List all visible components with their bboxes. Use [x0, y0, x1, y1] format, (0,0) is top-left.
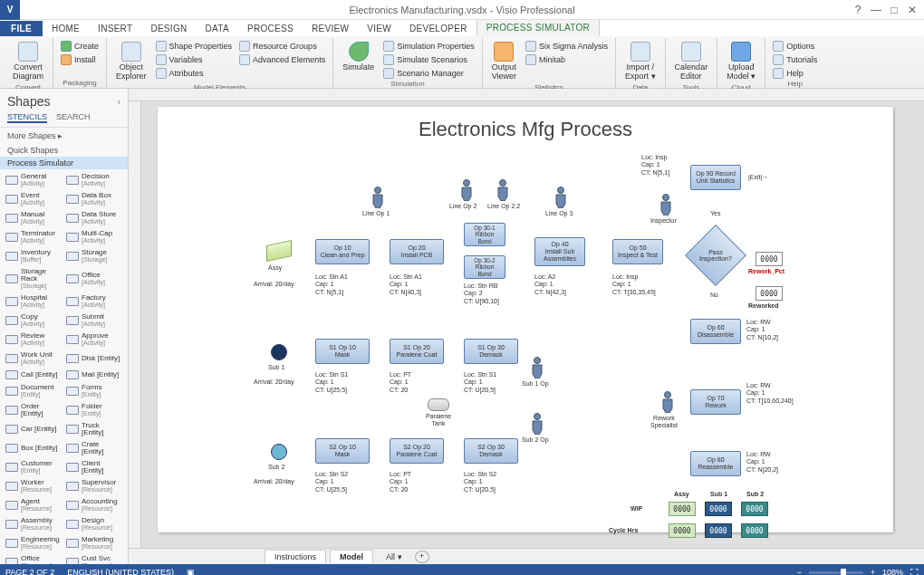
shape-stencil-item[interactable]: Forms[Entity]	[64, 382, 124, 400]
shape-stencil-item[interactable]: Accounting[Resource]	[64, 496, 124, 514]
shape-stencil-item[interactable]: Worker[Resource]	[4, 477, 63, 495]
op60-box[interactable]: Op 60 Disassemble	[690, 319, 741, 344]
add-sheet-button[interactable]: +	[415, 551, 429, 563]
tab-process-simulator[interactable]: PROCESS SIMULATOR	[476, 19, 600, 36]
stencil-process-simulator[interactable]: Process Simulator	[0, 157, 128, 169]
shape-stencil-item[interactable]: Marketing[Resource]	[64, 534, 124, 552]
drawing-page[interactable]: Electronics Mfg Process Assy Arrival: 20…	[158, 107, 893, 532]
op40-box[interactable]: Op 40 Install Sub Assemblies	[534, 237, 585, 266]
simulate-button[interactable]: Simulate	[339, 40, 378, 74]
shape-stencil-item[interactable]: Review[Activity]	[4, 331, 63, 349]
shape-stencil-item[interactable]: Order [Entity]	[4, 401, 63, 419]
macro-record-icon[interactable]: ▣	[187, 568, 195, 575]
shape-stencil-item[interactable]: Decision[Activity]	[64, 171, 124, 189]
status-language[interactable]: ENGLISH (UNITED STATES)	[67, 568, 174, 575]
tab-data[interactable]: DATA	[197, 21, 238, 36]
sheet-all[interactable]: All ▾	[377, 551, 411, 563]
s1-op20-box[interactable]: S1 Op 20 Paralene Coat	[390, 339, 444, 364]
op90-box[interactable]: Op 90 Record Unit Statistics	[690, 165, 741, 190]
simulate-scenarios-button[interactable]: Simulate Scenarios	[381, 53, 476, 66]
app-icon[interactable]: V	[0, 0, 20, 20]
shape-stencil-item[interactable]: Submit[Activity]	[64, 311, 124, 330]
collapse-icon[interactable]: ‹	[118, 97, 120, 107]
calendar-editor-button[interactable]: Calendar Editor	[671, 40, 712, 83]
resource-groups-button[interactable]: Resource Groups	[237, 40, 327, 53]
op10-box[interactable]: Op 10 Clean and Prep	[315, 239, 370, 264]
wip-sub2[interactable]: 0000	[741, 502, 768, 516]
object-explorer-button[interactable]: Object Explorer	[112, 40, 150, 83]
cyc-sub1[interactable]: 0000	[705, 523, 732, 538]
shape-stencil-item[interactable]: Document[Entity]	[4, 382, 63, 400]
cyc-sub2[interactable]: 0000	[741, 523, 768, 538]
shape-stencil-item[interactable]: Data Box[Activity]	[64, 190, 124, 208]
output-viewer-button[interactable]: Output Viewer	[488, 40, 520, 83]
entity-sub1[interactable]	[271, 344, 287, 360]
entity-assy[interactable]	[266, 240, 292, 262]
variables-button[interactable]: Variables	[154, 53, 235, 66]
cyc-assy[interactable]: 0000	[669, 523, 696, 538]
tab-file[interactable]: FILE	[0, 21, 43, 36]
person-sub1op[interactable]	[531, 357, 544, 379]
op30-1-box[interactable]: Op 30-1 Ribbon Bond	[464, 223, 505, 246]
zoom-slider[interactable]	[809, 571, 863, 574]
sheet-model[interactable]: Model	[330, 550, 373, 563]
shape-stencil-item[interactable]: Copy[Activity]	[4, 311, 63, 330]
shape-stencil-item[interactable]: Truck [Entity]	[64, 420, 124, 438]
shape-stencil-item[interactable]: Factory[Activity]	[64, 292, 124, 311]
minitab-button[interactable]: Minitab	[524, 53, 610, 66]
shape-stencil-item[interactable]: Multi-Cap[Activity]	[64, 228, 124, 246]
fit-page-icon[interactable]: ⛶	[910, 568, 919, 575]
simulation-properties-button[interactable]: Simulation Properties	[381, 40, 476, 53]
sheet-instructions[interactable]: Instructions	[265, 550, 326, 563]
wip-assy[interactable]: 0000	[669, 502, 696, 516]
scenario-manager-button[interactable]: Scenario Manager	[381, 67, 476, 80]
shape-stencil-item[interactable]: Storage Rack[Storage]	[4, 266, 63, 292]
attributes-button[interactable]: Attributes	[154, 67, 235, 80]
paralene-tank[interactable]	[428, 398, 449, 411]
shape-stencil-item[interactable]: Box [Entity]	[4, 439, 63, 457]
shape-stencil-item[interactable]: Engineering[Resource]	[4, 534, 63, 552]
tab-insert[interactable]: INSERT	[89, 21, 141, 36]
import-export-button[interactable]: Import / Export ▾	[621, 40, 659, 83]
shape-stencil-item[interactable]: Car [Entity]	[4, 420, 63, 438]
op20-box[interactable]: Op 20 Install PCB	[390, 239, 444, 264]
person-lineop3[interactable]	[554, 187, 567, 208]
entity-sub2[interactable]	[271, 444, 287, 460]
six-sigma-button[interactable]: Six Sigma Analysis	[524, 40, 610, 53]
shape-stencil-item[interactable]: Customer[Entity]	[4, 458, 63, 476]
shapes-tab-stencils[interactable]: STENCILS	[7, 112, 47, 123]
shape-stencil-item[interactable]: Inventory[Buffer]	[4, 247, 63, 265]
wip-sub1[interactable]: 0000	[705, 502, 732, 516]
shapes-tab-search[interactable]: SEARCH	[56, 112, 91, 123]
maximize-icon[interactable]: □	[886, 4, 902, 16]
tab-home[interactable]: HOME	[43, 21, 89, 36]
person-rework-specialist[interactable]	[661, 391, 674, 413]
shape-stencil-item[interactable]: Supervisor[Resource]	[64, 477, 124, 495]
shape-stencil-item[interactable]: Assembly[Resource]	[4, 515, 63, 533]
upload-model-button[interactable]: Upload Model ▾	[723, 40, 759, 83]
s2-op20-box[interactable]: S2 Op 20 Paralene Coat	[390, 438, 444, 464]
shape-stencil-item[interactable]: Cust Svc[Resource]	[64, 553, 124, 564]
help-button[interactable]: Help	[771, 67, 819, 80]
op30-2-box[interactable]: Op 30-2 Ribbon Bond	[464, 255, 505, 279]
shape-stencil-item[interactable]: Client [Entity]	[64, 458, 124, 476]
person-lineop1[interactable]	[371, 187, 384, 208]
options-button[interactable]: Options	[771, 40, 819, 53]
shape-stencil-item[interactable]: Crate [Entity]	[64, 439, 124, 457]
rework-pct-counter[interactable]: 0000	[756, 252, 783, 266]
shape-stencil-item[interactable]: Manual[Activity]	[4, 209, 63, 227]
shape-stencil-item[interactable]: Hospital[Activity]	[4, 292, 63, 311]
reworked-counter[interactable]: 0000	[756, 286, 783, 301]
zoom-level[interactable]: 108%	[882, 568, 903, 575]
op70-box[interactable]: Op 70 Rework	[690, 389, 741, 415]
more-shapes-button[interactable]: More Shapes ▸	[0, 128, 128, 144]
shape-stencil-item[interactable]: Disk [Entity]	[64, 350, 124, 368]
shape-stencil-item[interactable]: Work Unit[Activity]	[4, 350, 63, 368]
person-lineop22[interactable]	[496, 179, 509, 201]
s1-op10-box[interactable]: S1 Op 10 Mask	[315, 339, 370, 364]
zoom-in-button[interactable]: +	[871, 568, 875, 575]
tab-review[interactable]: REVIEW	[303, 21, 358, 36]
s1-op30-box[interactable]: S1 Op 30 Demask	[464, 339, 518, 364]
tab-view[interactable]: VIEW	[358, 21, 400, 36]
shape-stencil-item[interactable]: Approve[Activity]	[64, 331, 124, 349]
